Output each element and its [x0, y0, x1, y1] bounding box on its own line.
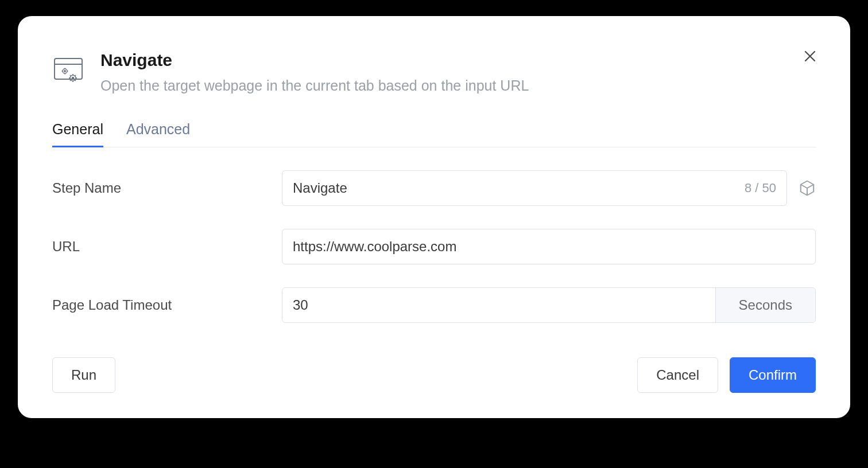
label-timeout: Page Load Timeout — [52, 297, 282, 313]
label-url: URL — [52, 239, 282, 255]
navigate-dialog: Navigate Open the target webpage in the … — [18, 16, 850, 418]
tab-advanced[interactable]: Advanced — [126, 121, 190, 147]
tabs: General Advanced — [52, 121, 816, 147]
svg-line-18 — [70, 80, 71, 81]
close-icon — [803, 49, 817, 63]
timeout-input-wrap: Seconds — [282, 287, 816, 323]
header-text: Navigate Open the target webpage in the … — [100, 50, 816, 96]
svg-line-16 — [70, 75, 71, 76]
url-input[interactable] — [293, 239, 805, 255]
confirm-button[interactable]: Confirm — [730, 357, 816, 393]
close-button[interactable] — [801, 47, 819, 65]
dialog-header: Navigate Open the target webpage in the … — [52, 50, 816, 96]
svg-line-17 — [75, 75, 76, 76]
url-input-wrap — [282, 229, 816, 264]
svg-point-5 — [64, 71, 65, 72]
step-name-input[interactable] — [293, 180, 745, 196]
dialog-footer: Run Cancel Confirm — [52, 357, 816, 393]
svg-point-11 — [72, 77, 73, 79]
row-timeout: Page Load Timeout Seconds — [52, 287, 816, 323]
run-button[interactable]: Run — [52, 357, 115, 393]
step-name-input-wrap: 8 / 50 — [282, 170, 787, 206]
variable-picker-button[interactable] — [799, 180, 816, 197]
svg-rect-2 — [55, 58, 82, 79]
step-name-char-count: 8 / 50 — [745, 181, 776, 196]
timeout-input[interactable] — [282, 288, 715, 322]
cancel-button[interactable]: Cancel — [637, 357, 718, 393]
dialog-title: Navigate — [100, 50, 816, 70]
dialog-subtitle: Open the target webpage in the current t… — [100, 76, 816, 96]
svg-line-19 — [75, 80, 76, 81]
row-step-name: Step Name 8 / 50 — [52, 170, 816, 206]
row-url: URL — [52, 229, 816, 264]
timeout-unit: Seconds — [715, 288, 815, 322]
cube-icon — [799, 180, 816, 197]
tab-general[interactable]: General — [52, 121, 103, 147]
label-step-name: Step Name — [52, 180, 282, 196]
navigate-window-icon — [52, 54, 84, 86]
